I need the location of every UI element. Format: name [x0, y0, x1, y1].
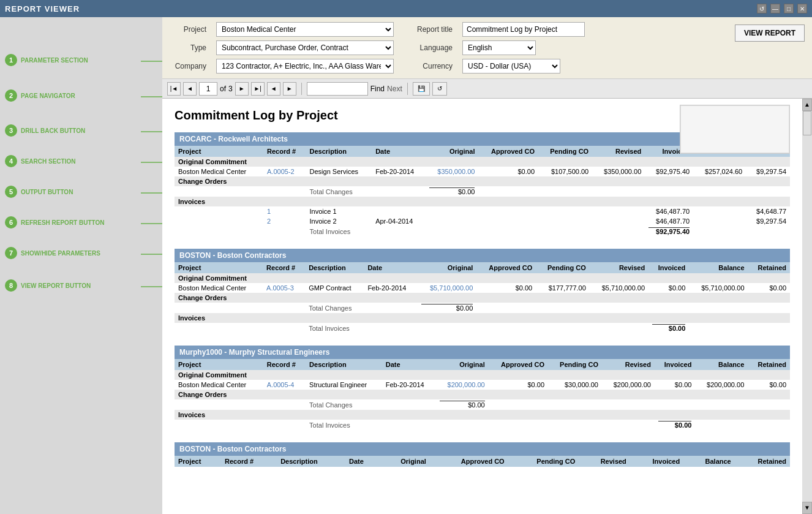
cell-invoiced-3: $0.00	[655, 380, 695, 390]
annotation-circle-1: 1	[5, 54, 17, 66]
section-label-oc3: Original Commitment	[175, 370, 790, 380]
invoice-date-2: Apr-04-2014	[372, 216, 426, 226]
find-input[interactable]	[307, 82, 368, 96]
table-header-row-4: Project Record # Description Date Origin…	[175, 456, 790, 467]
refresh-report-btn[interactable]: ↺	[432, 82, 447, 96]
navigator-bar: |◄ ◄ of 3 ► ►| ◄ ► Find Next 💾 ↺	[162, 79, 812, 99]
view-report-button[interactable]: VIEW REPORT	[735, 25, 805, 42]
invoice-link-1[interactable]: 1	[267, 208, 271, 215]
currency-select[interactable]: USD - Dollar (USA)	[462, 59, 560, 74]
parameters-section: Project Boston Medical Center Report tit…	[162, 17, 812, 79]
thumbnail-image	[680, 105, 789, 153]
annotation-4: 4 SEARCH SECTION	[5, 155, 75, 167]
table-row-4	[175, 467, 790, 479]
scroll-up-btn[interactable]: ▲	[802, 99, 812, 111]
cell-original-3: $200,000.00	[436, 380, 489, 390]
total-invoices-label: Total Invoices	[306, 226, 372, 236]
section-label-inv2: Invoices	[175, 313, 790, 323]
page-of-label: of	[220, 85, 226, 93]
nav-next-btn[interactable]: ►	[235, 82, 249, 96]
nav-prev-btn[interactable]: ◄	[183, 82, 197, 96]
col-record-2: Record #	[263, 262, 305, 273]
original-commitment-label: Original Commitment	[175, 157, 790, 167]
record-link[interactable]: A.0005-2	[267, 168, 295, 175]
next-label[interactable]: Next	[387, 85, 402, 93]
invoice-link-2[interactable]: 2	[267, 217, 271, 225]
invoice-date-1	[372, 206, 426, 216]
params-right: VIEW REPORT	[735, 22, 805, 42]
section-label-co3: Change Orders	[175, 390, 790, 399]
annotation-label-2: PAGE NAVIGATOR	[21, 93, 75, 99]
export-btn[interactable]: 💾	[413, 82, 430, 96]
nav-last-btn[interactable]: ►|	[251, 82, 265, 96]
cell-record-2: A.0005-3	[263, 283, 305, 293]
invoice-invoiced-1: $46,487.70	[645, 206, 693, 216]
original-link[interactable]: $350,000.00	[437, 168, 475, 175]
report-area: Commitment Log by Project ROCARC - Rockw…	[162, 99, 802, 514]
total-invoices-row-3: Total Invoices $0.00	[175, 420, 790, 430]
invoice-row-2: 2 Invoice 2 Apr-04-2014 $46,487.70 $9,29…	[175, 216, 790, 226]
vendor-header-boston2: BOSTON - Boston Contractors	[175, 442, 790, 456]
nav-forward-btn[interactable]: ►	[283, 82, 296, 96]
annotations-panel: 1 PARAMETER SECTION 2 PAGE NAVIGATOR 3 D…	[0, 17, 162, 514]
company-select[interactable]: 123 Contractor, A+ Electric, Inc., AAA G…	[216, 59, 394, 74]
close-btn[interactable]: ✕	[797, 4, 807, 13]
original-link-3[interactable]: $200,000.00	[448, 381, 485, 388]
record-link-3[interactable]: A.0005-4	[267, 381, 295, 388]
invoices-label: Invoices	[175, 197, 790, 206]
col-date-3: Date	[382, 359, 436, 370]
cell-pending-co: $107,500.00	[538, 167, 592, 176]
cell-date-2: Feb-20-2014	[364, 283, 418, 293]
find-label: Find	[370, 85, 385, 93]
vertical-scrollbar[interactable]: ▲ ▼	[802, 99, 812, 514]
total-invoices-row-2: Total Invoices $0.00	[175, 323, 790, 333]
section-label-row: Original Commitment	[175, 157, 790, 167]
original-link-2[interactable]: $5,710,000.00	[430, 284, 473, 292]
total-changes-row-3: Total Changes $0.00	[175, 399, 790, 410]
language-select[interactable]: English	[462, 40, 536, 55]
cell-balance-3: $200,000.00	[695, 380, 748, 390]
total-invoices-row: Total Invoices $92,975.40	[175, 226, 790, 236]
col-revised: Revised	[592, 146, 645, 157]
company-label: Company	[170, 62, 206, 70]
col-pending-co-4: Pending CO	[508, 456, 579, 467]
maximize-btn[interactable]: □	[784, 4, 794, 13]
change-orders-label-3: Change Orders	[175, 390, 790, 399]
scroll-thumb[interactable]	[803, 111, 811, 135]
title-bar: REPORT VIEWER ↺ — □ ✕	[0, 0, 812, 17]
page-input[interactable]	[199, 82, 217, 96]
refresh-btn[interactable]: ↺	[757, 4, 767, 13]
params-row-1: Project Boston Medical Center Report tit…	[170, 22, 585, 37]
nav-back-btn[interactable]: ◄	[267, 82, 280, 96]
project-select[interactable]: Boston Medical Center	[216, 22, 394, 37]
type-select[interactable]: Subcontract, Purchase Order, Contract	[216, 40, 394, 55]
total-changes-amount-2: $0.00	[421, 304, 473, 312]
cell-balance: $257,024.60	[693, 167, 746, 176]
annotation-5: 5 OUTPUT BUTTON	[5, 186, 73, 198]
minimize-btn[interactable]: —	[770, 4, 780, 13]
col-pending-co-2: Pending CO	[536, 262, 590, 273]
cell-record: A.0005-2	[263, 167, 306, 176]
vendor-table-rocarc: Project Record # Description Date Origin…	[175, 146, 790, 236]
cell-original-2: $5,710,000.00	[418, 283, 476, 293]
total-changes-amount: $0.00	[429, 187, 475, 195]
col-description-4: Description	[277, 456, 345, 467]
total-invoices-amount-2: $0.00	[652, 324, 685, 332]
col-balance-4: Balance	[683, 456, 735, 467]
annotation-label-5: OUTPUT BUTTON	[21, 189, 73, 195]
col-record-4: Record #	[221, 456, 277, 467]
nav-first-btn[interactable]: |◄	[167, 82, 181, 96]
col-original-4: Original	[379, 456, 430, 467]
report-title-input[interactable]	[462, 22, 585, 37]
total-invoices-amount: $92,975.40	[648, 227, 690, 235]
total-changes-label: Total Changes	[306, 186, 372, 197]
col-approved-co-2: Approved CO	[476, 262, 536, 273]
annotation-circle-5: 5	[5, 186, 17, 198]
invoice-retained-2: $9,297.54	[746, 216, 790, 226]
cell-invoiced: $92,975.40	[645, 167, 693, 176]
record-link-2[interactable]: A.0005-3	[266, 284, 294, 292]
cell-description: Design Services	[306, 167, 372, 176]
vendor-section-boston2: BOSTON - Boston Contractors Project Reco…	[175, 442, 790, 479]
scroll-down-btn[interactable]: ▼	[802, 502, 812, 514]
report-title-label: Report title	[404, 25, 453, 34]
